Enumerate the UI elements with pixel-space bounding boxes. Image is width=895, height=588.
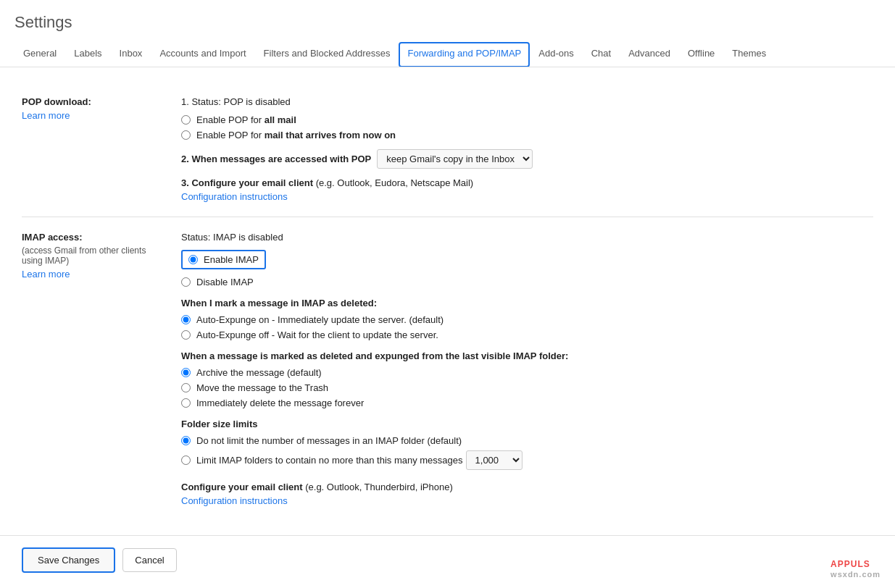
pop-all-mail-radio[interactable] (181, 115, 191, 125)
imap-learn-more-link[interactable]: Learn more (22, 269, 167, 280)
disable-imap-radio[interactable] (181, 277, 191, 287)
settings-header: Settings General Labels Inbox Accounts a… (0, 0, 895, 67)
imap-archive-radio[interactable] (181, 368, 191, 377)
pop-label: POP download: Learn more (22, 96, 181, 202)
imap-content: Status: IMAP is disabled Enable IMAP Dis… (181, 232, 873, 506)
tabs-nav: General Labels Inbox Accounts and Import… (14, 42, 881, 67)
imap-enable-row: Enable IMAP (181, 250, 873, 272)
tab-chat[interactable]: Chat (583, 42, 620, 67)
save-changes-button[interactable]: Save Changes (22, 547, 115, 573)
imap-archive-label[interactable]: Archive the message (default) (196, 367, 322, 378)
pop-all-mail-label[interactable]: Enable POP for all mail (196, 114, 296, 125)
pop-section: POP download: Learn more 1. Status: POP … (22, 82, 873, 217)
enable-imap-radio[interactable] (188, 255, 198, 264)
pop-from-now-label[interactable]: Enable POP for mail that arrives from no… (196, 130, 396, 140)
pop-step2-dropdown[interactable]: keep Gmail's copy in the Inboxarchive Gm… (377, 149, 533, 169)
page-title: Settings (14, 13, 881, 32)
imap-configure-line: Configure your email client (e.g. Outloo… (181, 482, 873, 492)
imap-delete-forever-radio[interactable] (181, 398, 191, 408)
folder-limit-radio[interactable] (181, 455, 191, 465)
disable-imap-label[interactable]: Disable IMAP (196, 277, 254, 287)
folder-no-limit-option: Do not limit the number of messages in a… (181, 435, 873, 446)
settings-content: POP download: Learn more 1. Status: POP … (0, 67, 895, 535)
watermark: APPULSwsxdn.com (831, 559, 881, 579)
imap-expunged-heading: When a message is marked as deleted and … (181, 350, 873, 361)
watermark-highlight: PP (838, 559, 851, 569)
imap-expunged-option3: Immediately delete the message forever (181, 398, 873, 408)
imap-delete-forever-label[interactable]: Immediately delete the message forever (196, 398, 364, 408)
imap-label: IMAP access: (access Gmail from other cl… (22, 232, 181, 506)
tab-filters[interactable]: Filters and Blocked Addresses (255, 42, 399, 67)
pop-step3: 3. Configure your email client (e.g. Out… (181, 177, 873, 188)
tab-inbox[interactable]: Inbox (111, 42, 151, 67)
imap-trash-radio[interactable] (181, 383, 191, 392)
imap-label-title: IMAP access: (22, 232, 167, 243)
watermark-text: APPULSwsxdn.com (831, 559, 881, 579)
tab-addons[interactable]: Add-ons (530, 42, 582, 67)
pop-content: 1. Status: POP is disabled Enable POP fo… (181, 96, 873, 202)
imap-expunged-option2: Move the message to the Trash (181, 382, 873, 393)
pop-option-from-now: Enable POP for mail that arrives from no… (181, 130, 873, 140)
imap-expunged-option1: Archive the message (default) (181, 367, 873, 378)
pop-from-now-radio[interactable] (181, 130, 191, 140)
tab-offline[interactable]: Offline (679, 42, 723, 67)
pop-option-all-mail: Enable POP for all mail (181, 114, 873, 125)
folder-no-limit-label[interactable]: Do not limit the number of messages in a… (196, 435, 462, 446)
tab-labels[interactable]: Labels (65, 42, 110, 67)
watermark-domain: wsxdn.com (831, 570, 881, 579)
tab-themes[interactable]: Themes (723, 42, 775, 67)
imap-status: Status: IMAP is disabled (181, 232, 873, 243)
folder-limit-label[interactable]: Limit IMAP folders to contain no more th… (196, 455, 463, 466)
pop-config-link[interactable]: Configuration instructions (181, 191, 873, 202)
imap-label-subtitle: (access Gmail from other clients using I… (22, 245, 167, 266)
imap-autoexpunge-on-radio[interactable] (181, 315, 191, 324)
footer: Save Changes Cancel (0, 536, 895, 584)
imap-config-link[interactable]: Configuration instructions (181, 495, 873, 506)
pop-learn-more-link[interactable]: Learn more (22, 110, 167, 121)
imap-autoexpunge-off-radio[interactable] (181, 330, 191, 340)
enable-imap-box: Enable IMAP (181, 250, 266, 269)
imap-autoexpunge-on-label[interactable]: Auto-Expunge on - Immediately update the… (196, 314, 444, 325)
tab-general[interactable]: General (14, 42, 65, 67)
imap-deleted-heading: When I mark a message in IMAP as deleted… (181, 298, 873, 308)
imap-deleted-option2: Auto-Expunge off - Wait for the client t… (181, 329, 873, 340)
enable-imap-label[interactable]: Enable IMAP (204, 254, 259, 265)
folder-limit-option: Limit IMAP folders to contain no more th… (181, 450, 873, 470)
tab-advanced[interactable]: Advanced (620, 42, 679, 67)
pop-status: 1. Status: POP is disabled (181, 96, 873, 107)
pop-label-title: POP download: (22, 96, 167, 107)
tab-forwarding[interactable]: Forwarding and POP/IMAP (399, 42, 530, 67)
cancel-button[interactable]: Cancel (122, 548, 176, 572)
pop-step2-label: 2. When messages are accessed with POP (181, 154, 371, 164)
tab-accounts[interactable]: Accounts and Import (151, 42, 254, 67)
folder-size-heading: Folder size limits (181, 419, 873, 429)
imap-trash-label[interactable]: Move the message to the Trash (196, 382, 328, 393)
imap-disable-row: Disable IMAP (181, 277, 873, 287)
imap-deleted-option1: Auto-Expunge on - Immediately update the… (181, 314, 873, 325)
folder-no-limit-radio[interactable] (181, 436, 191, 445)
pop-step2-row: 2. When messages are accessed with POP k… (181, 149, 873, 169)
imap-section: IMAP access: (access Gmail from other cl… (22, 217, 873, 521)
imap-autoexpunge-off-label[interactable]: Auto-Expunge off - Wait for the client t… (196, 329, 438, 340)
folder-size-dropdown[interactable]: 1,0002,0005,00010,000 (466, 450, 523, 470)
